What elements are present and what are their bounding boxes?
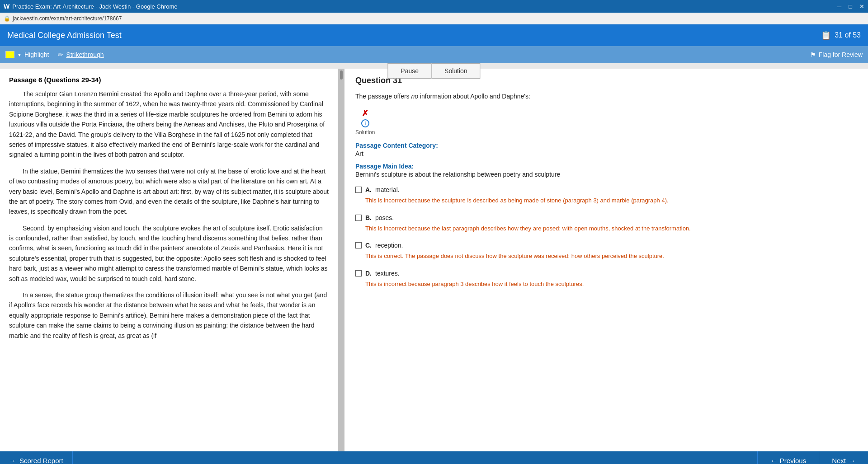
passage-paragraph-1: The sculptor Gian Lorenzo Bernini create…: [9, 89, 329, 160]
answer-d-header: D. textures.: [355, 270, 857, 277]
answer-c-explanation: This is correct. The passage does not di…: [365, 252, 857, 261]
next-label: Next: [832, 457, 846, 464]
answer-b-checkbox[interactable]: [355, 215, 362, 221]
answer-choice-c: C. reception. This is correct. The passa…: [355, 242, 857, 261]
browser-logo: W: [4, 3, 9, 10]
answer-b-explanation: This is incorrect because the last parag…: [365, 224, 857, 233]
arrow-right-nav-icon: →: [849, 457, 855, 464]
main-area: Passage 6 (Questions 29-34) The sculptor…: [0, 69, 868, 451]
arrow-right-icon: →: [9, 457, 16, 464]
answer-choice-a: A. material. This is incorrect because t…: [355, 186, 857, 205]
pause-button[interactable]: Pause: [387, 63, 431, 79]
answer-c-label: C.: [365, 242, 372, 249]
passage-paragraph-3: Second, by emphasizing vision and touch,…: [9, 223, 329, 284]
answer-b-header: B. poses.: [355, 214, 857, 221]
restore-icon[interactable]: □: [849, 3, 852, 10]
pencil-icon: ✏: [58, 51, 63, 58]
app-header: Medical College Admission Test 📋 31 of 5…: [0, 24, 868, 46]
passage-content-category-section: Passage Content Category: Art: [355, 142, 857, 157]
strikethrough-tool[interactable]: ✏ Strikethrough: [58, 51, 104, 58]
flag-for-review[interactable]: ⚑ Flag for Review: [810, 51, 863, 58]
solution-button[interactable]: Solution: [431, 63, 481, 79]
passage-text: The sculptor Gian Lorenzo Bernini create…: [9, 89, 329, 341]
highlight-tool[interactable]: ▼ Highlight: [5, 51, 49, 58]
answer-d-label: D.: [365, 270, 372, 277]
bottom-bar: → Scored Report ← Previous Next →: [0, 451, 868, 464]
passage-main-idea-section: Passage Main Idea: Bernini's sculpture i…: [355, 163, 857, 178]
answer-a-label: A.: [365, 186, 372, 193]
passage-paragraph-4: In a sense, the statue group thematizes …: [9, 290, 329, 341]
passage-main-idea-label: Passage Main Idea:: [355, 163, 857, 170]
passage-panel: Passage 6 (Questions 29-34) The sculptor…: [0, 69, 338, 451]
info-icon[interactable]: i: [361, 119, 369, 127]
previous-button[interactable]: ← Previous: [757, 451, 819, 464]
flag-icon: ⚑: [810, 51, 816, 58]
answer-a-text: material.: [375, 186, 400, 193]
solution-label: Solution: [355, 129, 375, 136]
answer-d-checkbox[interactable]: [355, 270, 362, 277]
flag-label: Flag for Review: [819, 51, 863, 58]
answer-a-checkbox[interactable]: [355, 187, 362, 193]
toolbar: ▼ Highlight ✏ Strikethrough ⚑ Flag for R…: [0, 46, 868, 63]
answer-b-text: poses.: [375, 214, 394, 221]
strikethrough-label: Strikethrough: [66, 51, 104, 58]
incorrect-mark: ✗: [362, 108, 368, 118]
next-button[interactable]: Next →: [819, 451, 868, 464]
answer-choice-b: B. poses. This is incorrect because the …: [355, 214, 857, 233]
question-count: 31 of 53: [835, 31, 861, 39]
answer-b-label: B.: [365, 214, 372, 221]
lock-icon: 🔒: [4, 15, 10, 22]
browser-title-bar: W Practice Exam: Art-Architecture - Jack…: [0, 0, 868, 13]
nav-buttons: ← Previous Next →: [757, 451, 868, 464]
scored-report-button[interactable]: → Scored Report: [0, 451, 73, 464]
app-title: Medical College Admission Test: [7, 31, 122, 40]
passage-content-category-value: Art: [355, 150, 857, 157]
question-text: The passage offers no information about …: [355, 92, 857, 101]
answer-a-header: A. material.: [355, 186, 857, 193]
scored-report-label: Scored Report: [19, 457, 63, 464]
address-bar: 🔒 jackwestin.com/exam/art-architecture/1…: [0, 13, 868, 24]
answer-d-explanation: This is incorrect because paragraph 3 de…: [365, 280, 857, 289]
answer-c-text: reception.: [375, 242, 403, 249]
highlight-label: Highlight: [24, 51, 49, 58]
answer-c-checkbox[interactable]: [355, 242, 362, 248]
question-panel: Question 31 The passage offers no inform…: [344, 69, 868, 451]
divider-handle: [340, 70, 343, 80]
answer-a-explanation: This is incorrect because the sculpture …: [365, 196, 857, 205]
close-icon[interactable]: ✕: [859, 3, 864, 10]
action-buttons: Pause Solution: [387, 63, 480, 79]
clipboard-icon: 📋: [821, 30, 831, 40]
passage-content-category-label: Passage Content Category:: [355, 142, 857, 149]
passage-main-idea-value: Bernini's sculpture is about the relatio…: [355, 171, 857, 178]
answer-c-header: C. reception.: [355, 242, 857, 249]
passage-paragraph-2: In the statue, Bernini thematizes the tw…: [9, 166, 329, 217]
highlight-dropdown-icon[interactable]: ▼: [17, 52, 22, 57]
buttons-row: Pause Solution: [0, 63, 868, 69]
panel-divider: [338, 69, 344, 451]
arrow-left-icon: ←: [770, 457, 777, 464]
question-emphasis: no: [411, 93, 418, 100]
previous-label: Previous: [780, 457, 806, 464]
highlight-color-box: [5, 51, 14, 58]
browser-title: Practice Exam: Art-Architecture - Jack W…: [12, 3, 177, 10]
url-text: jackwestin.com/exam/art-architecture/178…: [13, 15, 122, 22]
answer-d-text: textures.: [375, 270, 400, 277]
minimize-icon[interactable]: ─: [837, 3, 841, 10]
passage-title: Passage 6 (Questions 29-34): [9, 76, 329, 84]
answer-choice-d: D. textures. This is incorrect because p…: [355, 270, 857, 289]
solution-info: ✗ i Solution: [355, 108, 857, 136]
